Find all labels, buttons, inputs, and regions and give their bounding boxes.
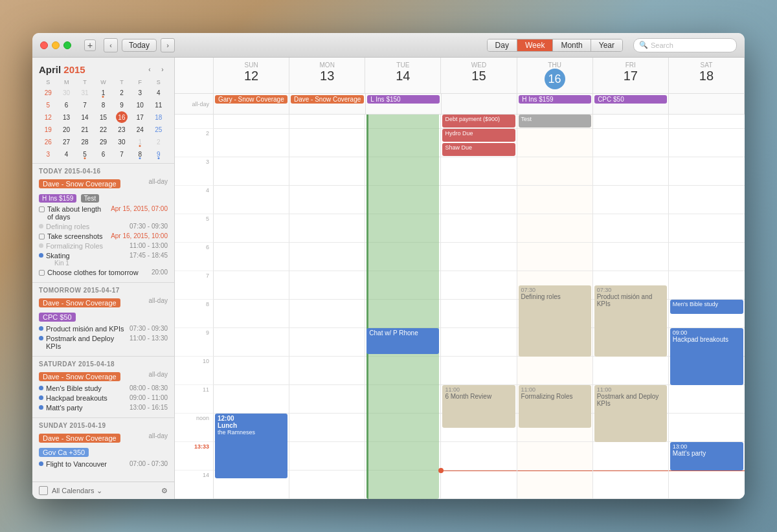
mini-day[interactable]: 21 (76, 124, 94, 135)
close-button[interactable] (40, 41, 48, 49)
mens-bible-event[interactable]: Men's Bible study 08:00 - 08:30 (39, 384, 168, 392)
mini-day[interactable]: 17 (131, 111, 149, 123)
mini-day[interactable]: 2 (150, 136, 168, 148)
skating-event[interactable]: Skating Kin 1 17:45 - 18:45 (39, 252, 168, 267)
mini-day[interactable]: 7 (76, 99, 94, 111)
sun-gov-ca[interactable]: Gov Ca +350 (39, 448, 89, 457)
mini-day[interactable]: 7 (113, 148, 131, 160)
mini-day[interactable]: 10 (131, 99, 149, 111)
calendar-dropdown-icon[interactable]: ⌄ (96, 487, 102, 495)
mini-day[interactable]: 3 (39, 148, 57, 160)
mini-day[interactable]: 2 (113, 87, 131, 98)
defining-roles-event[interactable]: Defining roles 07:30 - 09:30 (39, 223, 168, 230)
mini-day[interactable]: 22 (94, 124, 112, 135)
matts-party-event[interactable]: Matt's party 13:00 - 16:15 (39, 404, 168, 412)
choose-clothes-event[interactable]: Choose clothes for tomorrow 20:00 (39, 269, 168, 276)
product-mission-event[interactable]: Product misión and KPIs 07:30 - 09:30 (39, 325, 168, 333)
allday-event[interactable]: Dave - Snow Coverage (291, 95, 364, 104)
mini-day[interactable]: 14 (76, 111, 94, 123)
hackpad-event[interactable]: Hackpad breakouts 09:00 - 11:00 (39, 394, 168, 402)
mini-day[interactable]: 8 (94, 99, 112, 111)
defining-roles-grid-event[interactable]: 07:30 Defining roles (519, 285, 591, 357)
allday-event[interactable]: Gary - Snow Coverage (215, 95, 287, 104)
mini-day-today[interactable]: 16 (116, 111, 128, 123)
product-kpis-grid-event[interactable]: 07:30 Product misión and KPIs (594, 285, 667, 357)
hydro-due-event[interactable]: Hydro Due (442, 129, 515, 142)
mens-bible-grid-event[interactable]: Men's Bible study (670, 300, 743, 314)
allday-event[interactable]: CPC $50 (594, 95, 667, 104)
mini-day[interactable]: 29 (39, 87, 57, 98)
today-button[interactable]: Today (122, 39, 157, 52)
mini-day[interactable]: 1 (94, 87, 112, 98)
shaw-due-event[interactable]: Shaw Due (442, 143, 515, 156)
tomorrow-cpc[interactable]: CPC $50 (39, 313, 76, 322)
today-allday-dave[interactable]: Dave - Snow Coverage (39, 179, 120, 188)
mini-day[interactable]: 4 (57, 148, 75, 160)
month-review-event[interactable]: 11:00 6 Month Review (442, 385, 515, 428)
task-checkbox[interactable] (39, 234, 45, 239)
mini-day[interactable]: 15 (94, 111, 112, 123)
mini-day[interactable]: 27 (57, 136, 75, 148)
mini-day[interactable]: 4 (150, 87, 168, 98)
mini-day[interactable]: 20 (57, 124, 75, 135)
reminders-checkbox[interactable] (39, 486, 48, 495)
sun-allday-dave[interactable]: Dave - Snow Coverage (39, 434, 120, 443)
matts-party-grid-event[interactable]: 13:00 Matt's party (670, 442, 743, 471)
mini-day[interactable]: 30 (57, 87, 75, 98)
mini-day[interactable]: 9 (150, 148, 168, 160)
mini-day[interactable]: 11 (150, 99, 168, 111)
mini-day[interactable]: 31 (76, 87, 94, 98)
mini-day[interactable]: 9 (113, 99, 131, 111)
prev-button[interactable]: ‹ (104, 38, 118, 52)
test-badge[interactable]: Test (81, 194, 99, 203)
mini-day[interactable]: 24 (131, 124, 149, 135)
minimize-button[interactable] (52, 41, 60, 49)
hackpad-grid-event[interactable]: 09:00 Hackpad breakouts (670, 328, 743, 385)
mini-day[interactable]: 18 (150, 111, 168, 123)
next-button[interactable]: › (161, 38, 175, 52)
debt-payment-event[interactable]: Debt payment ($900) (442, 115, 515, 127)
mini-day[interactable]: 13 (57, 111, 75, 123)
mini-day[interactable]: 12 (39, 111, 57, 123)
take-screenshots-event[interactable]: Take screenshots Apr 16, 2015, 10:00 (39, 232, 168, 240)
mini-day[interactable]: 19 (39, 124, 57, 135)
mini-day[interactable]: 25 (150, 124, 168, 135)
mini-day[interactable]: 6 (94, 148, 112, 160)
postmark-event[interactable]: Postmark and Deploy KPIs 11:00 - 13:30 (39, 335, 168, 350)
tomorrow-allday-dave[interactable]: Dave - Snow Coverage (39, 298, 120, 307)
mini-day[interactable]: 5 (76, 148, 94, 160)
view-day-button[interactable]: Day (488, 39, 517, 51)
postmark-grid-event[interactable]: 11:00 Postmark and Deploy KPIs (594, 385, 667, 442)
search-box[interactable]: 🔍 Search (633, 38, 737, 52)
task-checkbox[interactable] (39, 206, 45, 212)
view-year-button[interactable]: Year (591, 39, 622, 51)
h-ins-badge[interactable]: H Ins $159 (39, 194, 76, 203)
settings-icon[interactable]: ⚙ (161, 487, 168, 495)
add-event-button[interactable]: + (84, 39, 96, 51)
test-event[interactable]: Test (519, 115, 591, 127)
task-checkbox[interactable] (39, 270, 45, 276)
mini-cal-prev[interactable]: ‹ (144, 65, 155, 75)
mini-day[interactable]: 30 (113, 136, 131, 148)
allday-event[interactable]: L Ins $150 (367, 95, 440, 104)
view-month-button[interactable]: Month (553, 39, 591, 51)
formalizing-roles-event[interactable]: Formalizing Roles 11:00 - 13:00 (39, 242, 168, 250)
allday-event[interactable]: H Ins $159 (519, 95, 591, 104)
garbage-day-event[interactable]: Garbage day (366, 115, 439, 499)
mini-day[interactable]: 8 (131, 148, 149, 160)
mini-day[interactable]: 6 (57, 99, 75, 111)
chat-event[interactable]: Chat w/ P Rhone (366, 328, 439, 354)
mini-day[interactable]: 28 (76, 136, 94, 148)
maximize-button[interactable] (63, 41, 71, 49)
cal-scroll-area[interactable]: 1 2 3 4 5 6 7 8 9 10 11 noon 13:33 14 (175, 115, 745, 499)
mini-day[interactable]: 23 (113, 124, 131, 135)
mini-day[interactable]: 26 (39, 136, 57, 148)
mini-day[interactable]: 3 (131, 87, 149, 98)
lunch-event[interactable]: 12:00 Lunch the Ramneses (215, 414, 287, 478)
flight-event[interactable]: Flight to Vancouver 07:00 - 07:30 (39, 460, 168, 468)
mini-cal-next[interactable]: › (157, 65, 168, 75)
sat-allday-dave[interactable]: Dave - Snow Coverage (39, 372, 120, 381)
mini-day[interactable]: 29 (94, 136, 112, 148)
mini-day[interactable]: 1 (131, 136, 149, 148)
talk-about-event[interactable]: Talk about length of days Apr 15, 2015, … (39, 205, 168, 221)
